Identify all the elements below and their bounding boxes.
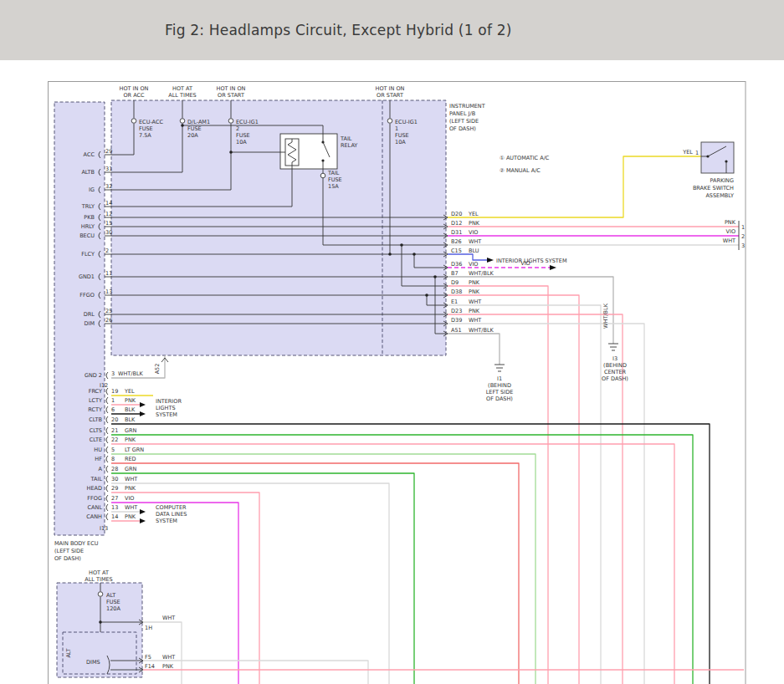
fuse-label: 15A	[328, 183, 339, 190]
pin-name: PKB	[84, 214, 95, 221]
pin-bracket	[106, 436, 108, 443]
ecu-pin-hf: HF 8 RED	[95, 456, 519, 684]
jb-connector-d23: D23 PNK	[443, 308, 480, 317]
pin-number: 1	[111, 397, 115, 404]
fuse-label: 2	[236, 125, 239, 132]
pin-number: 28	[111, 466, 118, 472]
pin-number: 2	[741, 233, 745, 240]
ground-location: CENTER	[604, 369, 627, 375]
pin-number: 32	[105, 183, 112, 190]
fuse-label: TAIL	[327, 170, 340, 176]
wire-d9-pnk	[448, 286, 548, 684]
main-body-ecu-box	[54, 102, 105, 535]
fuse-symbol	[98, 592, 103, 597]
wire-color-label: WHT	[469, 299, 481, 305]
ground-location: OF DASH)	[486, 396, 513, 402]
parking-brake-label: ASSEMBLY	[705, 192, 734, 199]
wire-clts-grn	[111, 435, 693, 684]
connector-id: E1	[451, 299, 458, 305]
pin-bracket	[106, 406, 108, 413]
pin-name: GND 2	[85, 372, 102, 379]
junction-dot	[425, 294, 428, 297]
pin-name: FFOG	[87, 495, 102, 502]
wire-color-label-vertical: WHT/BLK	[602, 303, 609, 329]
pin-name: CLTE	[90, 436, 102, 443]
pin-name: CLTB	[89, 416, 102, 423]
system-arrow	[140, 518, 146, 523]
power-label: HOT AT	[172, 85, 192, 92]
jb-label-line: OF DASH)	[449, 125, 476, 132]
wire-color-label: WHT	[125, 476, 137, 482]
fuse-label: FUSE	[328, 176, 342, 183]
pin-bracket	[106, 388, 108, 395]
jb-label-line: (LEFT SIDE	[449, 118, 479, 125]
jb-label-line: INSTRUMENT	[449, 103, 485, 110]
pin-name: ACC	[84, 151, 95, 158]
pin-number: 25	[105, 308, 112, 314]
pin-number: 13	[105, 288, 112, 295]
wire-color-label: WHT/BLK	[469, 327, 494, 334]
wire-color-label: WHT	[162, 615, 175, 621]
wire-color-label: VIO	[726, 228, 735, 235]
ac-notes: ① AUTOMATIC A/C ② MANUAL A/C	[500, 155, 550, 174]
wire-1h-wht	[143, 622, 182, 684]
pin-number: 1	[741, 224, 745, 231]
pin-number: 13	[111, 504, 118, 511]
wire-yel-parking-brake	[448, 156, 701, 217]
computer-datalines-label: COMPUTER	[156, 504, 187, 511]
wire-color-label: YEL	[124, 388, 135, 395]
wire-hu-ltgrn	[111, 454, 535, 684]
jb-connector-d39: D39 WHT	[443, 317, 481, 326]
pin-name: CANL	[88, 504, 103, 511]
pin-name: ALTB	[81, 169, 95, 176]
jb-connector-d20: D20 YEL	[443, 211, 479, 220]
jb-label-line: PANEL J/B	[449, 110, 475, 117]
pin-number: 5	[111, 447, 115, 453]
ecu-label-line: OF DASH)	[54, 555, 81, 562]
wire-color-label: PNK	[725, 219, 736, 226]
jb-connectors: D20 YEL D12 PNK D31 VIO B26 WHT C15 BLU …	[443, 211, 494, 336]
fuse-symbol	[228, 119, 233, 124]
interior-lights-label: INTERIOR	[156, 398, 182, 405]
ecu-label-line: MAIN BODY ECU	[54, 540, 99, 547]
wire-color-label: WHT/BLK	[118, 370, 144, 377]
computer-datalines-label: SYSTEM	[156, 518, 177, 524]
connector-id: D39	[451, 317, 462, 324]
pin-number: 22	[111, 436, 118, 443]
connector-id-vertical: A52	[154, 364, 161, 375]
wire-color-label: BLK	[125, 406, 136, 413]
wire-color-label: PNK	[469, 288, 480, 295]
pin-number: 21	[111, 427, 118, 434]
connector-id: D12	[451, 220, 462, 227]
wire-color-label: BLK	[125, 416, 136, 423]
pin-number: 12	[105, 211, 112, 217]
pin-bracket	[106, 513, 108, 520]
pin-name: HEAD	[87, 485, 102, 492]
pin-name: DIM	[84, 320, 95, 327]
junction-dot	[400, 243, 403, 247]
pin-number: 26	[105, 317, 112, 324]
pin-name: TRLY	[81, 203, 95, 210]
jb-connector-d31: D31 VIO	[443, 229, 478, 238]
connector-id: C15	[451, 248, 462, 254]
connector-id: A51	[451, 327, 462, 334]
pin-name: FFGO	[79, 292, 95, 299]
pin-bracket	[106, 495, 108, 502]
wire-color-label: PNK	[469, 308, 480, 314]
jb-connector-b7: B7 WHT/BLK	[443, 270, 494, 279]
fuse-label: D/L-AM1	[187, 119, 210, 125]
junction-dot	[229, 151, 233, 154]
junction-dot	[412, 253, 416, 256]
ecu-label-line: (LEFT SIDE	[54, 548, 84, 554]
wire-a51-whtblk	[448, 334, 500, 365]
pin-name: DIMS	[86, 659, 100, 666]
ground-id: I1	[497, 375, 502, 382]
pin-name: HU	[94, 447, 102, 453]
pin-number: 3	[111, 370, 115, 377]
wire-color-label: LT GRN	[125, 447, 144, 453]
fuse-label: 10A	[236, 139, 247, 145]
power-label: HOT IN ON	[376, 85, 405, 92]
relay-label: TAIL	[340, 135, 352, 142]
fuse-label: 1	[395, 125, 398, 132]
power-label: ALL TIMES	[85, 576, 112, 583]
